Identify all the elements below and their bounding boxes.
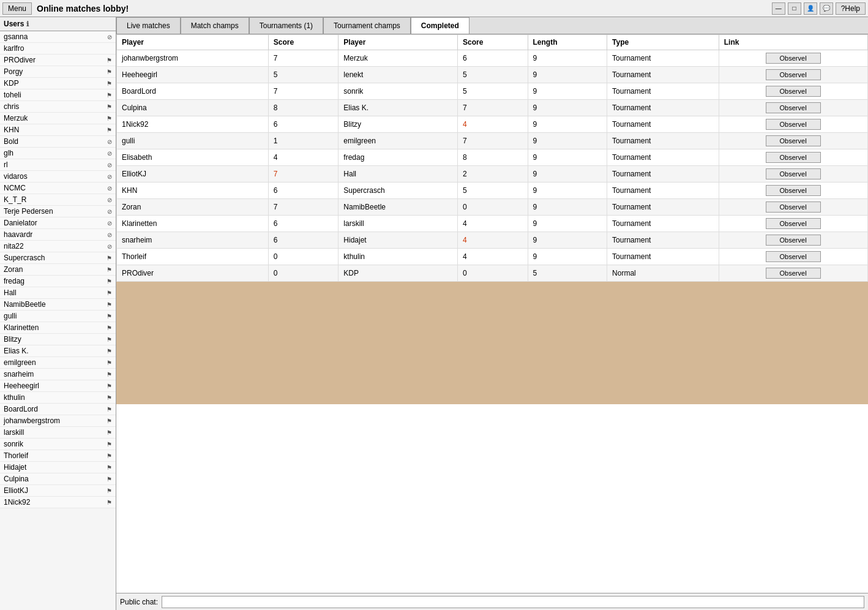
sidebar-user-item[interactable]: nita22⊘: [0, 241, 116, 252]
player2-cell: larskill: [339, 216, 458, 232]
length-cell: 9: [528, 199, 607, 216]
sidebar-user-item[interactable]: Hidajet⚑: [0, 462, 116, 473]
sidebar-user-item[interactable]: BoardLord⚑: [0, 404, 116, 415]
sidebar-user-item[interactable]: Supercrasch⚑: [0, 252, 116, 264]
sidebar-user-item[interactable]: larskill⚑: [0, 427, 116, 439]
score1-cell: 0: [268, 265, 338, 282]
sidebar-user-item[interactable]: Blitzy⚑: [0, 334, 116, 345]
sidebar-user-item[interactable]: NamibBeetle⚑: [0, 299, 116, 311]
empty-area: [116, 282, 868, 404]
observe-button[interactable]: ObserveI: [766, 119, 821, 130]
sidebar-user-item[interactable]: NCMC⊘: [0, 183, 116, 194]
sidebar-user-item[interactable]: KDP⚑: [0, 78, 116, 89]
help-button[interactable]: ?Help: [836, 2, 866, 15]
sidebar-user-item[interactable]: Bold⊘: [0, 136, 116, 148]
observe-button[interactable]: ObserveI: [766, 168, 821, 179]
sidebar-user-item[interactable]: Culpina⚑: [0, 473, 116, 485]
length-cell: 9: [528, 100, 607, 116]
sidebar-user-item[interactable]: vidaros⊘: [0, 171, 116, 183]
sidebar-user-item[interactable]: rl⊘: [0, 159, 116, 171]
sidebar-user-item[interactable]: Merzuk⚑: [0, 113, 116, 124]
tab-live-matches[interactable]: Live matches: [116, 17, 181, 34]
score1-cell: 6: [268, 216, 338, 232]
person-icon-button[interactable]: 👤: [804, 2, 817, 15]
sidebar-user-item[interactable]: karlfro: [0, 43, 116, 55]
user-name-label: kthulin: [4, 393, 104, 402]
sidebar-user-item[interactable]: gsanna⊘: [0, 31, 116, 43]
sidebar-user-item[interactable]: Hall⚑: [0, 287, 116, 299]
user-name-label: Bold: [4, 137, 105, 146]
table-area: PlayerScorePlayerScoreLengthTypeLink joh…: [116, 34, 868, 593]
tab-tournament-champs[interactable]: Tournament champs: [323, 17, 411, 34]
sidebar-user-item[interactable]: Klarinetten⚑: [0, 322, 116, 334]
link-cell: ObserveI: [719, 67, 867, 83]
col-header-score: Score: [458, 35, 528, 50]
sidebar-user-item[interactable]: snarheim⚑: [0, 369, 116, 380]
tab-match-champs[interactable]: Match champs: [181, 17, 249, 34]
link-cell: ObserveI: [719, 265, 867, 282]
sidebar-user-item[interactable]: sonrik⚑: [0, 439, 116, 450]
sidebar-user-item[interactable]: fredag⚑: [0, 276, 116, 287]
observe-button[interactable]: ObserveI: [766, 268, 821, 279]
observe-button[interactable]: ObserveI: [766, 218, 821, 229]
sidebar-user-item[interactable]: Thorleif⚑: [0, 450, 116, 462]
sidebar-user-item[interactable]: 1Nick92⚑: [0, 497, 116, 508]
menu-button[interactable]: Menu: [2, 2, 32, 15]
tab-completed[interactable]: Completed: [411, 17, 470, 34]
sidebar-user-item[interactable]: haavardr⊘: [0, 229, 116, 241]
sidebar-user-item[interactable]: johanwbergstrom⚑: [0, 415, 116, 427]
tabs-bar: Live matchesMatch champsTournaments (1)T…: [116, 17, 868, 34]
sidebar-user-item[interactable]: glh⊘: [0, 148, 116, 159]
user-name-label: johanwbergstrom: [4, 416, 104, 425]
maximize-button[interactable]: □: [788, 2, 801, 15]
chat-label: Public chat:: [120, 598, 158, 606]
player1-cell: Heeheegirl: [117, 67, 269, 83]
user-name-label: gsanna: [4, 32, 105, 41]
flag-icon: ⚑: [107, 80, 112, 87]
length-cell: 9: [528, 133, 607, 149]
chat-input[interactable]: [162, 596, 864, 608]
user-name-label: Danielator: [4, 219, 105, 227]
sidebar-user-item[interactable]: kthulin⚑: [0, 392, 116, 404]
observe-button[interactable]: ObserveI: [766, 135, 821, 146]
table-row: johanwbergstrom7Merzuk69TournamentObserv…: [117, 50, 868, 67]
player1-cell: Klarinetten: [117, 216, 269, 232]
link-cell: ObserveI: [719, 149, 867, 166]
score2-cell: 4: [458, 216, 528, 232]
app-title: Online matches lobby!: [37, 4, 772, 13]
sidebar-user-item[interactable]: chris⚑: [0, 101, 116, 113]
type-cell: Tournament: [607, 166, 719, 183]
observe-button[interactable]: ObserveI: [766, 185, 821, 196]
sidebar-user-item[interactable]: Terje Pedersen⊘: [0, 206, 116, 217]
observe-button[interactable]: ObserveI: [766, 69, 821, 80]
length-cell: 9: [528, 232, 607, 249]
player1-cell: Thorleif: [117, 249, 269, 265]
sidebar-user-item[interactable]: Elias K.⚑: [0, 345, 116, 357]
sidebar-user-item[interactable]: Danielator⊘: [0, 217, 116, 229]
sidebar-user-item[interactable]: ElliotKJ⚑: [0, 485, 116, 497]
observe-button[interactable]: ObserveI: [766, 53, 821, 64]
observe-button[interactable]: ObserveI: [766, 152, 821, 163]
sidebar-user-item[interactable]: PROdiver⚑: [0, 55, 116, 66]
sidebar-user-item[interactable]: K_T_R⊘: [0, 194, 116, 206]
table-row: Thorleif0kthulin49TournamentObserveI: [117, 249, 868, 265]
sidebar-user-item[interactable]: gulli⚑: [0, 311, 116, 322]
observe-button[interactable]: ObserveI: [766, 102, 821, 113]
sidebar-user-item[interactable]: emilgreen⚑: [0, 357, 116, 369]
sidebar-user-item[interactable]: Zoran⚑: [0, 264, 116, 276]
link-cell: ObserveI: [719, 83, 867, 100]
type-cell: Normal: [607, 265, 719, 282]
block-icon: ⊘: [107, 185, 112, 192]
observe-button[interactable]: ObserveI: [766, 251, 821, 262]
chat-icon-button[interactable]: 💬: [820, 2, 833, 15]
sidebar-user-item[interactable]: Heeheegirl⚑: [0, 380, 116, 392]
tab-tournaments-(1)[interactable]: Tournaments (1): [249, 17, 323, 34]
sidebar-user-item[interactable]: toheli⚑: [0, 89, 116, 101]
observe-button[interactable]: ObserveI: [766, 235, 821, 246]
observe-button[interactable]: ObserveI: [766, 86, 821, 97]
observe-button[interactable]: ObserveI: [766, 201, 821, 213]
sidebar-user-item[interactable]: KHN⚑: [0, 124, 116, 136]
sidebar-user-item[interactable]: Porgy⚑: [0, 66, 116, 78]
minimize-button[interactable]: —: [772, 2, 785, 15]
flag-icon: ⚑: [107, 290, 112, 296]
